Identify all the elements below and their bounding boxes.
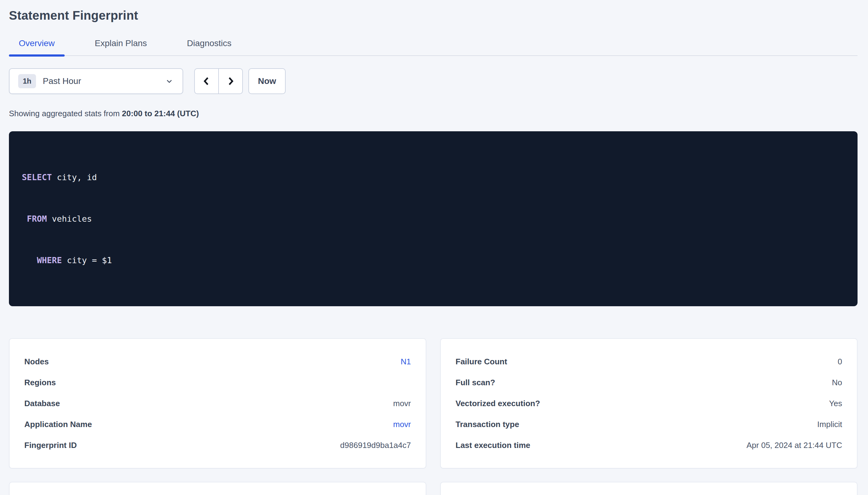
failure-count-value: 0 (838, 357, 842, 366)
row-last-execution-time: Last execution time Apr 05, 2024 at 21:4… (456, 435, 842, 456)
statement-stats-card: Statement Time 454.1 µs Execution: 373.4… (9, 482, 426, 495)
interval-label: Past Hour (43, 76, 165, 86)
application-name-label: Application Name (24, 420, 92, 429)
row-regions: Regions (24, 372, 411, 393)
row-vectorized-execution: Vectorized execution? Yes (456, 393, 842, 414)
vectorized-execution-label: Vectorized execution? (456, 399, 540, 408)
timing-stats-card: Contention Time 24.7 µs SQL CPU Time 16.… (440, 482, 857, 495)
transaction-type-label: Transaction type (456, 420, 519, 429)
tab-overview-label: Overview (19, 38, 55, 48)
transaction-type-value: Implicit (817, 420, 842, 429)
tab-bar: Overview Explain Plans Diagnostics (9, 38, 857, 56)
row-full-scan: Full scan? No (456, 372, 842, 393)
fingerprint-id-label: Fingerprint ID (24, 441, 77, 450)
interval-nav-group (194, 68, 243, 94)
full-scan-label: Full scan? (456, 378, 495, 387)
row-nodes: Nodes N1 (24, 351, 411, 372)
tab-overview[interactable]: Overview (9, 38, 65, 55)
stats-cards-grid: Nodes N1 Regions Database movr Applicati… (9, 338, 857, 495)
aggregation-prefix: Showing aggregated stats from (9, 109, 122, 118)
vectorized-execution-value: Yes (829, 399, 842, 408)
sql-keyword: WHERE (37, 256, 62, 265)
fingerprint-id-value: d986919d9ba1a4c7 (340, 441, 411, 450)
last-execution-time-label: Last execution time (456, 441, 530, 450)
full-scan-value: No (832, 378, 842, 387)
chevron-left-icon (201, 75, 212, 87)
page-title: Statement Fingerprint (9, 8, 857, 23)
sql-line: SELECT city, id (22, 170, 845, 184)
chevron-down-icon (165, 76, 174, 86)
sql-text: city, id (52, 172, 97, 182)
sql-keyword: FROM (27, 214, 47, 223)
time-interval-select[interactable]: 1h Past Hour (9, 68, 183, 94)
tab-diagnostics-label: Diagnostics (187, 38, 231, 48)
aggregation-range-text: Showing aggregated stats from 20:00 to 2… (9, 109, 857, 118)
sql-line: FROM vehicles (22, 212, 845, 226)
row-transaction-type: Transaction type Implicit (456, 414, 842, 435)
time-controls: 1h Past Hour Now (9, 68, 857, 94)
row-failure-count: Failure Count 0 (456, 351, 842, 372)
now-button[interactable]: Now (248, 68, 285, 94)
sql-text: vehicles (47, 214, 92, 223)
regions-label: Regions (24, 378, 56, 387)
next-interval-button[interactable] (219, 69, 242, 93)
tab-explain-plans-label: Explain Plans (95, 38, 147, 48)
details-card: Nodes N1 Regions Database movr Applicati… (9, 338, 426, 468)
row-fingerprint-id: Fingerprint ID d986919d9ba1a4c7 (24, 435, 411, 456)
interval-badge: 1h (18, 74, 36, 88)
failure-count-label: Failure Count (456, 357, 507, 366)
sql-statement-box: SELECT city, id FROM vehicles WHERE city… (9, 131, 857, 306)
database-label: Database (24, 399, 60, 408)
sql-keyword: SELECT (22, 172, 52, 182)
active-tab-underline (9, 54, 65, 56)
nodes-label: Nodes (24, 357, 49, 366)
chevron-right-icon (225, 75, 236, 87)
aggregation-range: 20:00 to 21:44 (UTC) (122, 109, 199, 118)
statement-fingerprint-page: Statement Fingerprint Overview Explain P… (0, 0, 868, 495)
tab-diagnostics[interactable]: Diagnostics (177, 38, 241, 55)
sql-text: city = $1 (62, 256, 112, 265)
execution-attributes-card: Failure Count 0 Full scan? No Vectorized… (440, 338, 857, 468)
row-application-name: Application Name movr (24, 414, 411, 435)
database-value: movr (393, 399, 411, 408)
prev-interval-button[interactable] (195, 69, 219, 93)
sql-line: WHERE city = $1 (22, 253, 845, 267)
application-name-value-link[interactable]: movr (393, 420, 411, 429)
last-execution-time-value: Apr 05, 2024 at 21:44 UTC (747, 441, 842, 450)
tab-explain-plans[interactable]: Explain Plans (85, 38, 157, 55)
row-database: Database movr (24, 393, 411, 414)
nodes-value-link[interactable]: N1 (401, 357, 411, 366)
